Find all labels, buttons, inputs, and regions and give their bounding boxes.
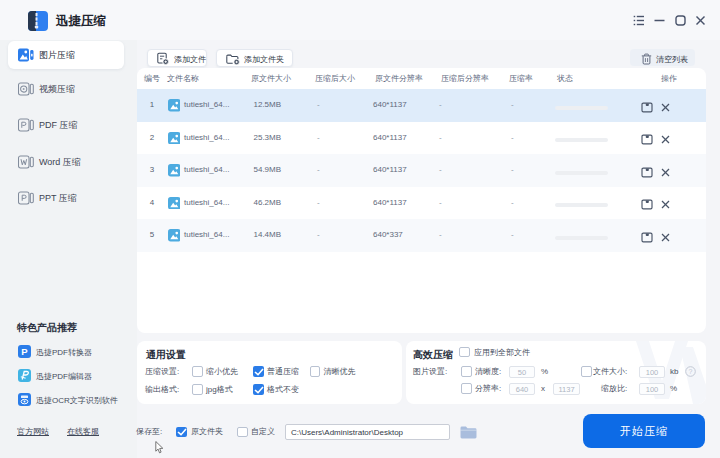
svg-text:P: P bbox=[21, 346, 28, 357]
svg-text:?: ? bbox=[689, 368, 693, 375]
